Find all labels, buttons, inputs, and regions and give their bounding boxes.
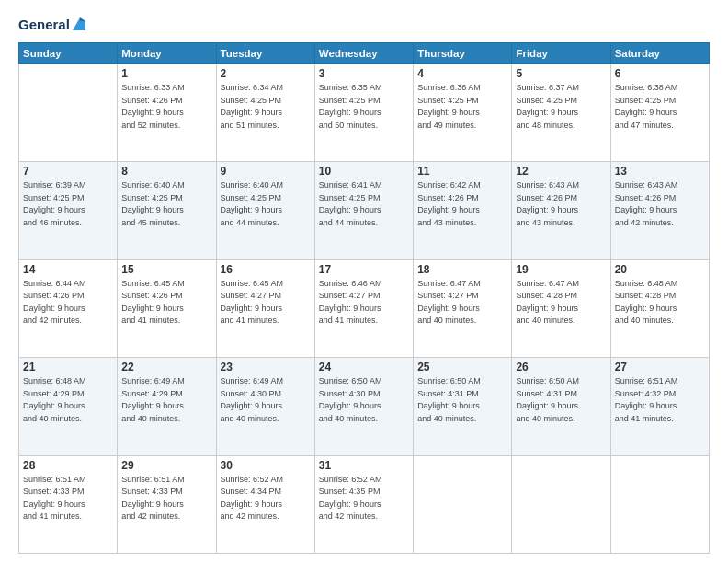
cell-info: Daylight: 9 hours xyxy=(23,499,113,511)
cell-info: Daylight: 9 hours xyxy=(516,204,606,217)
cell-info: and 41 minutes. xyxy=(319,315,409,327)
cell-info: Daylight: 9 hours xyxy=(121,204,211,217)
cell-info: Daylight: 9 hours xyxy=(23,204,113,217)
cell-info: Sunset: 4:34 PM xyxy=(221,486,311,499)
cell-info: Daylight: 9 hours xyxy=(221,107,311,120)
day-number: 26 xyxy=(516,361,606,373)
cell-info: and 52 minutes. xyxy=(121,120,211,132)
cell-info: and 42 minutes. xyxy=(615,217,705,230)
cell-info: Sunrise: 6:52 AM xyxy=(319,474,409,487)
cell-info: Sunrise: 6:35 AM xyxy=(319,82,409,95)
cell-info: Daylight: 9 hours xyxy=(516,400,606,413)
cell-info: and 40 minutes. xyxy=(417,315,507,327)
cell-info: Sunset: 4:25 PM xyxy=(319,192,409,205)
cell-info: Daylight: 9 hours xyxy=(615,400,705,413)
cell-info: and 40 minutes. xyxy=(23,413,113,426)
day-number: 19 xyxy=(516,263,606,276)
cell-info: Sunset: 4:25 PM xyxy=(319,95,409,108)
day-number: 20 xyxy=(615,263,705,276)
cell-info: Sunset: 4:30 PM xyxy=(319,388,409,401)
cell-info: Sunset: 4:25 PM xyxy=(516,95,606,108)
cell-info: Sunset: 4:30 PM xyxy=(221,388,311,401)
calendar-cell: 5Sunrise: 6:37 AMSunset: 4:25 PMDaylight… xyxy=(512,64,610,162)
cell-info: Daylight: 9 hours xyxy=(23,400,113,413)
cell-info: and 40 minutes. xyxy=(221,413,311,426)
cell-info: Sunset: 4:33 PM xyxy=(23,486,113,499)
calendar-header-thursday: Thursday xyxy=(414,43,512,64)
cell-info: Sunset: 4:27 PM xyxy=(221,290,311,303)
logo-general: General xyxy=(18,17,70,33)
cell-info: Daylight: 9 hours xyxy=(516,303,606,316)
cell-info: and 43 minutes. xyxy=(516,217,606,230)
cell-info: Sunrise: 6:40 AM xyxy=(121,179,211,192)
calendar-header-saturday: Saturday xyxy=(610,43,709,64)
calendar-cell: 17Sunrise: 6:46 AMSunset: 4:27 PMDayligh… xyxy=(314,259,413,357)
calendar-cell: 20Sunrise: 6:48 AMSunset: 4:28 PMDayligh… xyxy=(610,259,709,357)
calendar-cell: 28Sunrise: 6:51 AMSunset: 4:33 PMDayligh… xyxy=(19,455,118,553)
calendar-header-row: SundayMondayTuesdayWednesdayThursdayFrid… xyxy=(19,43,710,64)
cell-info: Sunrise: 6:51 AM xyxy=(121,474,211,487)
cell-info: Sunset: 4:33 PM xyxy=(121,486,211,499)
cell-info: Sunset: 4:28 PM xyxy=(615,290,705,303)
cell-info: Sunrise: 6:48 AM xyxy=(615,278,705,291)
day-number: 25 xyxy=(417,361,507,373)
cell-info: and 40 minutes. xyxy=(319,413,409,426)
cell-info: Sunrise: 6:41 AM xyxy=(319,179,409,192)
cell-info: Sunrise: 6:39 AM xyxy=(23,179,113,192)
cell-info: and 41 minutes. xyxy=(121,315,211,327)
logo: General xyxy=(18,17,87,33)
cell-info: Daylight: 9 hours xyxy=(319,499,409,511)
calendar-header-monday: Monday xyxy=(118,43,216,64)
cell-info: Sunrise: 6:49 AM xyxy=(121,375,211,388)
calendar-cell xyxy=(512,455,610,553)
cell-info: Sunset: 4:29 PM xyxy=(23,388,113,401)
cell-info: and 42 minutes. xyxy=(221,511,311,523)
cell-info: Sunrise: 6:46 AM xyxy=(319,278,409,291)
cell-info: Sunrise: 6:51 AM xyxy=(23,474,113,487)
day-number: 15 xyxy=(121,263,211,276)
day-number: 8 xyxy=(121,165,211,178)
cell-info: Daylight: 9 hours xyxy=(417,400,507,413)
calendar-cell: 14Sunrise: 6:44 AMSunset: 4:26 PMDayligh… xyxy=(19,259,118,357)
calendar-cell: 4Sunrise: 6:36 AMSunset: 4:25 PMDaylight… xyxy=(414,64,512,162)
cell-info: and 42 minutes. xyxy=(23,315,113,327)
calendar-cell: 26Sunrise: 6:50 AMSunset: 4:31 PMDayligh… xyxy=(512,358,610,455)
cell-info: Daylight: 9 hours xyxy=(516,107,606,120)
cell-info: Daylight: 9 hours xyxy=(221,303,311,316)
day-number: 7 xyxy=(23,165,113,178)
cell-info: Sunset: 4:26 PM xyxy=(417,192,507,205)
day-number: 18 xyxy=(417,263,507,276)
cell-info: Sunset: 4:25 PM xyxy=(221,95,311,108)
cell-info: and 41 minutes. xyxy=(23,511,113,523)
cell-info: and 44 minutes. xyxy=(221,217,311,230)
cell-info: Daylight: 9 hours xyxy=(121,303,211,316)
cell-info: and 40 minutes. xyxy=(516,315,606,327)
cell-info: Sunset: 4:31 PM xyxy=(516,388,606,401)
calendar-cell: 10Sunrise: 6:41 AMSunset: 4:25 PMDayligh… xyxy=(314,162,413,259)
calendar-cell: 7Sunrise: 6:39 AMSunset: 4:25 PMDaylight… xyxy=(19,162,118,259)
day-number: 4 xyxy=(417,67,507,80)
cell-info: Sunrise: 6:43 AM xyxy=(516,179,606,192)
day-number: 14 xyxy=(23,263,113,276)
cell-info: and 46 minutes. xyxy=(23,217,113,230)
cell-info: Sunset: 4:29 PM xyxy=(121,388,211,401)
calendar-cell: 21Sunrise: 6:48 AMSunset: 4:29 PMDayligh… xyxy=(19,358,118,455)
cell-info: Daylight: 9 hours xyxy=(319,204,409,217)
cell-info: Sunset: 4:28 PM xyxy=(516,290,606,303)
calendar-cell: 13Sunrise: 6:43 AMSunset: 4:26 PMDayligh… xyxy=(610,162,709,259)
cell-info: and 42 minutes. xyxy=(319,511,409,523)
cell-info: and 47 minutes. xyxy=(615,120,705,132)
day-number: 12 xyxy=(516,165,606,178)
day-number: 13 xyxy=(615,165,705,178)
calendar-cell: 11Sunrise: 6:42 AMSunset: 4:26 PMDayligh… xyxy=(414,162,512,259)
cell-info: Daylight: 9 hours xyxy=(319,107,409,120)
calendar-cell: 22Sunrise: 6:49 AMSunset: 4:29 PMDayligh… xyxy=(118,358,216,455)
calendar-cell: 27Sunrise: 6:51 AMSunset: 4:32 PMDayligh… xyxy=(610,358,709,455)
cell-info: Sunrise: 6:51 AM xyxy=(615,375,705,388)
logo-icon xyxy=(71,16,87,32)
calendar-cell: 2Sunrise: 6:34 AMSunset: 4:25 PMDaylight… xyxy=(216,64,314,162)
day-number: 6 xyxy=(615,67,705,80)
cell-info: Sunset: 4:27 PM xyxy=(417,290,507,303)
day-number: 17 xyxy=(319,263,409,276)
day-number: 31 xyxy=(319,459,409,472)
